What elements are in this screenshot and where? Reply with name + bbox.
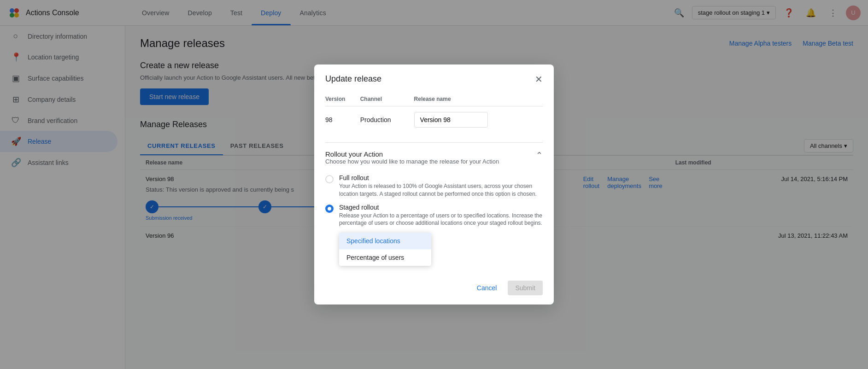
dropdown-item-locations[interactable]: Specified locations bbox=[339, 233, 431, 249]
release-name-input[interactable] bbox=[414, 112, 488, 128]
staged-rollout-option[interactable]: Staged rollout Release your Action to a … bbox=[325, 204, 543, 228]
full-rollout-option[interactable]: Full rollout Your Action is released to … bbox=[325, 174, 543, 198]
modal-footer: Cancel Submit bbox=[314, 273, 554, 305]
submit-button[interactable]: Submit bbox=[508, 281, 543, 295]
staged-rollout-text: Staged rollout Release your Action to a … bbox=[339, 204, 543, 228]
rollout-section: Rollout your Action Choose how you would… bbox=[325, 142, 543, 273]
staged-rollout-desc: Release your Action to a percentage of u… bbox=[339, 212, 543, 228]
rollout-title: Rollout your Action bbox=[325, 150, 499, 158]
release-name-input-cell bbox=[414, 106, 543, 131]
full-rollout-desc: Your Action is released to 100% of Googl… bbox=[339, 182, 543, 198]
chevron-up-icon[interactable]: ⌃ bbox=[536, 150, 543, 160]
cancel-button[interactable]: Cancel bbox=[469, 281, 504, 295]
modal-title: Update release bbox=[325, 74, 381, 84]
update-release-modal: Update release ✕ Version Channel Release… bbox=[314, 64, 554, 305]
dropdown-item-percentage[interactable]: Percentage of users bbox=[339, 249, 431, 266]
staged-rollout-label: Staged rollout bbox=[339, 204, 543, 211]
full-rollout-label: Full rollout bbox=[339, 174, 543, 182]
staged-rollout-dropdown: Specified locations Percentage of users bbox=[339, 233, 431, 266]
modal-close-button[interactable]: ✕ bbox=[535, 74, 543, 85]
relname-col-header: Release name bbox=[414, 92, 543, 106]
staged-rollout-radio[interactable] bbox=[325, 205, 334, 213]
modal-header: Update release ✕ bbox=[314, 64, 554, 92]
full-rollout-text: Full rollout Your Action is released to … bbox=[339, 174, 543, 198]
version-value: 98 bbox=[325, 106, 360, 131]
rollout-titles: Rollout your Action Choose how you would… bbox=[325, 150, 499, 172]
modal-body: Version Channel Release name 98 Producti… bbox=[314, 92, 554, 273]
rollout-desc: Choose how you would like to manage the … bbox=[325, 158, 499, 165]
channel-value: Production bbox=[360, 106, 414, 131]
version-table: Version Channel Release name 98 Producti… bbox=[325, 92, 543, 131]
channel-col-header: Channel bbox=[360, 92, 414, 106]
rollout-header: Rollout your Action Choose how you would… bbox=[325, 150, 543, 172]
modal-overlay[interactable]: Update release ✕ Version Channel Release… bbox=[0, 0, 868, 369]
full-rollout-radio[interactable] bbox=[325, 175, 334, 183]
version-col-header: Version bbox=[325, 92, 360, 106]
